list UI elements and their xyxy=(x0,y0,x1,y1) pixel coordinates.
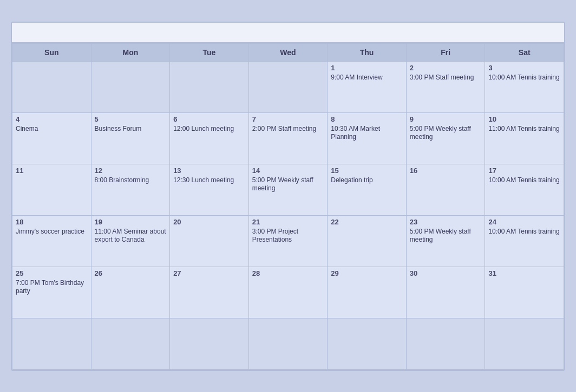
event-text: 11:00 AM Seminar about export to Canada xyxy=(95,228,167,244)
event-text: 8:00 Brainstorming xyxy=(95,176,167,185)
day-number: 11 xyxy=(16,167,88,175)
day-header-sun: Sun xyxy=(12,44,91,62)
day-number: 8 xyxy=(331,115,403,123)
day-cell[interactable]: 1710:00 AM Tennis training xyxy=(485,164,564,216)
day-cell[interactable] xyxy=(12,62,91,113)
day-number: 2 xyxy=(410,64,482,72)
event-text: Business Forum xyxy=(95,125,167,134)
day-cell[interactable]: 20 xyxy=(170,216,249,267)
day-number: 13 xyxy=(173,167,245,175)
day-number: 27 xyxy=(173,269,245,277)
day-number: 9 xyxy=(410,115,482,123)
day-number: 4 xyxy=(16,115,88,123)
day-number: 23 xyxy=(410,218,482,226)
day-number: 15 xyxy=(331,167,403,175)
day-cell[interactable] xyxy=(91,318,171,370)
day-cell[interactable]: 28 xyxy=(249,267,328,318)
day-cell[interactable]: 145:00 PM Weekly staff meeting xyxy=(249,164,328,216)
day-number: 28 xyxy=(252,269,324,277)
event-text: 10:00 AM Tennis training xyxy=(488,74,560,82)
day-cell[interactable] xyxy=(485,318,564,370)
day-number: 25 xyxy=(16,269,88,277)
day-number: 1 xyxy=(331,64,403,72)
day-cell[interactable]: 30 xyxy=(407,267,486,318)
day-cell[interactable]: 19:00 AM Interview xyxy=(328,62,407,113)
event-text: 2:00 PM Staff meeting xyxy=(252,125,324,134)
day-cell[interactable]: 810:30 AM Market Planning xyxy=(328,113,407,164)
event-text: 5:00 PM Weekly staff meeting xyxy=(410,228,482,244)
day-cell[interactable]: 18Jimmy's soccer practice xyxy=(12,216,91,267)
day-cell[interactable]: 310:00 AM Tennis training xyxy=(485,62,564,113)
day-number: 20 xyxy=(173,218,245,226)
day-number: 31 xyxy=(488,269,560,277)
day-number: 12 xyxy=(95,167,167,175)
day-cell[interactable]: 72:00 PM Staff meeting xyxy=(249,113,328,164)
event-text: 10:30 AM Market Planning xyxy=(331,125,403,142)
event-text: 10:00 AM Tennis training xyxy=(488,176,560,185)
day-cell[interactable]: 29 xyxy=(328,267,407,318)
day-number: 10 xyxy=(488,115,560,123)
event-text: 3:00 PM Project Presentations xyxy=(252,228,324,244)
day-cell[interactable]: 15Delegation trip xyxy=(328,164,407,216)
day-cell[interactable] xyxy=(328,318,407,370)
event-text: 9:00 AM Interview xyxy=(331,74,403,82)
day-cell[interactable]: 213:00 PM Project Presentations xyxy=(249,216,328,267)
day-cell[interactable]: 1911:00 AM Seminar about export to Canad… xyxy=(91,216,171,267)
event-text: 12:30 Lunch meeting xyxy=(173,176,245,185)
day-cell[interactable] xyxy=(12,318,91,370)
day-number: 30 xyxy=(410,269,482,277)
event-text: 3:00 PM Staff meeting xyxy=(410,74,482,82)
day-number: 19 xyxy=(95,218,167,226)
day-header-mon: Mon xyxy=(91,44,171,62)
day-cell[interactable]: 23:00 PM Staff meeting xyxy=(407,62,486,113)
day-header-fri: Fri xyxy=(407,44,486,62)
day-cell[interactable]: 16 xyxy=(407,164,486,216)
day-cell[interactable]: 26 xyxy=(91,267,171,318)
calendar-grid: SunMonTueWedThuFriSat19:00 AM Interview2… xyxy=(12,43,564,370)
day-cell[interactable]: 22 xyxy=(328,216,407,267)
event-text: Delegation trip xyxy=(331,176,403,185)
event-text: 5:00 PM Weekly staff meeting xyxy=(252,176,324,193)
day-cell[interactable]: 1011:00 AM Tennis training xyxy=(485,113,564,164)
day-number: 29 xyxy=(331,269,403,277)
day-cell[interactable] xyxy=(170,318,249,370)
event-text: 5:00 PM Weekly staff meeting xyxy=(410,125,482,142)
day-number: 5 xyxy=(95,115,167,123)
event-text: Cinema xyxy=(16,125,88,134)
day-cell[interactable] xyxy=(170,62,249,113)
day-cell[interactable] xyxy=(91,62,171,113)
day-cell[interactable] xyxy=(249,62,328,113)
event-text: 7:00 PM Tom's Birthday party xyxy=(16,279,88,296)
event-text: 11:00 AM Tennis training xyxy=(488,125,560,134)
day-number: 6 xyxy=(173,115,245,123)
day-cell[interactable]: 128:00 Brainstorming xyxy=(91,164,171,216)
day-cell[interactable]: 27 xyxy=(170,267,249,318)
calendar-title-bar xyxy=(12,23,564,43)
event-text: 10:00 AM Tennis training xyxy=(488,228,560,236)
day-header-sat: Sat xyxy=(485,44,564,62)
day-cell[interactable]: 235:00 PM Weekly staff meeting xyxy=(407,216,486,267)
day-cell[interactable]: 31 xyxy=(485,267,564,318)
day-cell[interactable]: 4Cinema xyxy=(12,113,91,164)
day-cell[interactable]: 2410:00 AM Tennis training xyxy=(485,216,564,267)
day-cell[interactable]: 1312:30 Lunch meeting xyxy=(170,164,249,216)
day-cell[interactable] xyxy=(407,318,486,370)
day-cell[interactable]: 95:00 PM Weekly staff meeting xyxy=(407,113,486,164)
day-cell[interactable]: 257:00 PM Tom's Birthday party xyxy=(12,267,91,318)
day-number: 16 xyxy=(410,167,482,175)
day-cell[interactable]: 5Business Forum xyxy=(91,113,171,164)
day-cell[interactable]: 11 xyxy=(12,164,91,216)
day-number: 26 xyxy=(95,269,167,277)
day-cell[interactable]: 612:00 Lunch meeting xyxy=(170,113,249,164)
day-number: 18 xyxy=(16,218,88,226)
event-text: Jimmy's soccer practice xyxy=(16,228,88,236)
event-text: 12:00 Lunch meeting xyxy=(173,125,245,134)
day-number: 24 xyxy=(488,218,560,226)
day-header-thu: Thu xyxy=(328,44,407,62)
day-number: 7 xyxy=(252,115,324,123)
day-number: 17 xyxy=(488,167,560,175)
day-header-tue: Tue xyxy=(170,44,249,62)
day-cell[interactable] xyxy=(249,318,328,370)
day-number: 3 xyxy=(488,64,560,72)
day-number: 21 xyxy=(252,218,324,226)
